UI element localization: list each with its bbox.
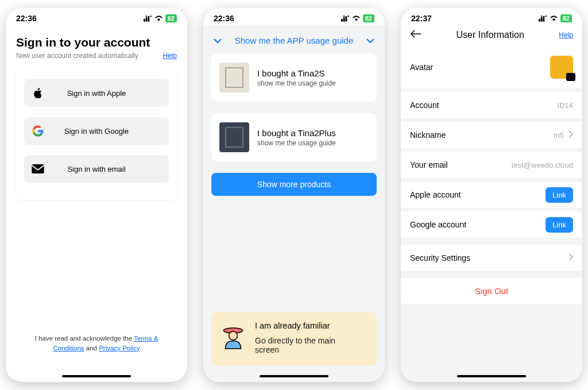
- svg-rect-2: [146, 17, 148, 22]
- row-email: Your email test@weedo.cloud: [401, 152, 582, 178]
- row-security[interactable]: Security Settings: [401, 245, 582, 271]
- svg-point-7: [343, 16, 345, 17]
- signal-icon: [341, 15, 350, 22]
- link-google-button[interactable]: Link: [546, 217, 573, 233]
- apple-icon: [30, 87, 46, 99]
- chevron-right-icon: [568, 253, 573, 262]
- row-label: Avatar: [410, 63, 433, 72]
- phone-user-info: 22:37 82 User Information Help Avatar Ac…: [401, 8, 582, 382]
- row-apple-account: Apple account Link: [401, 182, 582, 208]
- page-subtitle: New user account created automatically: [16, 52, 138, 60]
- phone-signin: 22:36 82 Sign in to your account New use…: [6, 8, 187, 382]
- svg-rect-8: [343, 17, 345, 22]
- svg-rect-5: [32, 164, 44, 173]
- product-subtitle: show me the usage guide: [257, 139, 336, 147]
- wifi-icon: [352, 15, 361, 22]
- show-more-button[interactable]: Show more products: [211, 173, 377, 196]
- guide-header-label: Show me the APP usage guide: [235, 36, 354, 45]
- help-link[interactable]: Help: [559, 31, 573, 39]
- product-subtitle: show me the usage guide: [257, 79, 336, 87]
- page-title: Sign in to your account: [16, 36, 177, 49]
- product-image: [219, 63, 249, 92]
- status-bar: 22:37 82: [401, 8, 582, 25]
- help-link[interactable]: Help: [163, 52, 177, 60]
- signin-email-button[interactable]: Sign in with email: [24, 155, 169, 183]
- row-label: Nickname: [410, 130, 446, 140]
- row-label: Google account: [410, 220, 466, 229]
- row-label: Security Settings: [410, 253, 470, 262]
- signin-card: Sign in with Apple Sign in with Google S…: [16, 67, 177, 200]
- status-bar: 22:36 82: [6, 8, 187, 25]
- signal-icon: [539, 15, 547, 22]
- svg-rect-6: [341, 19, 343, 22]
- row-label: Your email: [410, 160, 448, 169]
- guide-header[interactable]: Show me the APP usage guide: [211, 25, 377, 53]
- battery-icon: 82: [363, 14, 374, 22]
- google-icon: [30, 125, 46, 137]
- svg-point-10: [347, 16, 349, 17]
- battery-icon: 82: [560, 14, 572, 22]
- home-indicator: [260, 375, 328, 377]
- link-apple-button[interactable]: Link: [546, 187, 573, 203]
- svg-rect-15: [541, 17, 543, 22]
- chevron-down-icon: [211, 36, 224, 45]
- signin-apple-label: Sign in with Apple: [46, 89, 163, 98]
- chevron-down-icon: [364, 36, 377, 45]
- signin-google-button[interactable]: Sign in with Google: [24, 117, 169, 145]
- row-value: test@weedo.cloud: [512, 161, 573, 169]
- nav-bar: User Information Help: [401, 25, 582, 46]
- row-nickname[interactable]: Nickname m5: [401, 122, 582, 148]
- phone-guide: 22:36 82 Show me the APP usage guide I b…: [203, 8, 385, 382]
- scholar-icon: [219, 323, 247, 353]
- svg-point-14: [541, 16, 542, 17]
- signal-icon: [144, 15, 152, 22]
- show-more-label: Show more products: [257, 180, 331, 189]
- wifi-icon: [154, 15, 163, 22]
- svg-rect-9: [345, 16, 347, 21]
- status-icons: 82: [341, 14, 374, 22]
- status-bar: 22:36 82: [203, 8, 385, 25]
- row-account: Account ID14: [401, 92, 582, 118]
- product-card-tina2plus[interactable]: I bought a Tina2Plus show me the usage g…: [211, 113, 377, 161]
- chevron-right-icon: [568, 130, 573, 140]
- status-time: 22:36: [214, 14, 234, 23]
- signout-label: Sign Out: [475, 286, 508, 296]
- status-icons: 82: [539, 14, 572, 22]
- row-value: m5: [554, 131, 564, 140]
- battery-icon: 82: [165, 14, 177, 22]
- status-time: 22:37: [411, 14, 432, 23]
- privacy-link[interactable]: Privacy Policy: [99, 345, 140, 352]
- back-button[interactable]: [410, 30, 421, 40]
- page-title: User Information: [457, 30, 524, 40]
- row-google-account: Google account Link: [401, 211, 582, 238]
- row-avatar[interactable]: Avatar: [401, 46, 582, 88]
- signin-apple-button[interactable]: Sign in with Apple: [24, 79, 169, 107]
- product-title: I bought a Tina2S: [257, 68, 336, 78]
- svg-rect-0: [144, 19, 145, 22]
- wifi-icon: [550, 15, 558, 22]
- product-title: I bought a Tina2Plus: [257, 128, 336, 138]
- svg-point-12: [229, 331, 238, 340]
- familiar-line2: Go directly to the main screen: [255, 336, 341, 354]
- product-image: [219, 122, 249, 152]
- status-time: 22:36: [16, 14, 37, 23]
- status-icons: 82: [144, 14, 177, 22]
- row-label: Apple account: [410, 190, 461, 199]
- signout-button[interactable]: Sign Out: [401, 278, 582, 304]
- svg-rect-16: [543, 16, 544, 21]
- product-card-tina2s[interactable]: I bought a Tina2S show me the usage guid…: [211, 53, 377, 102]
- signin-email-label: Sign in with email: [46, 165, 163, 173]
- row-label: Account: [410, 101, 439, 110]
- signin-google-label: Sign in with Google: [46, 127, 163, 136]
- svg-point-17: [545, 16, 546, 17]
- avatar-image: [550, 56, 573, 79]
- row-value: ID14: [558, 101, 573, 110]
- familiar-line1: I am already familiar: [255, 321, 341, 330]
- svg-point-4: [150, 16, 151, 17]
- email-icon: [30, 164, 46, 173]
- home-indicator: [457, 375, 526, 377]
- home-indicator: [62, 375, 131, 377]
- svg-rect-3: [148, 16, 149, 21]
- svg-point-1: [146, 16, 147, 17]
- familiar-card[interactable]: I am already familiar Go directly to the…: [211, 312, 377, 366]
